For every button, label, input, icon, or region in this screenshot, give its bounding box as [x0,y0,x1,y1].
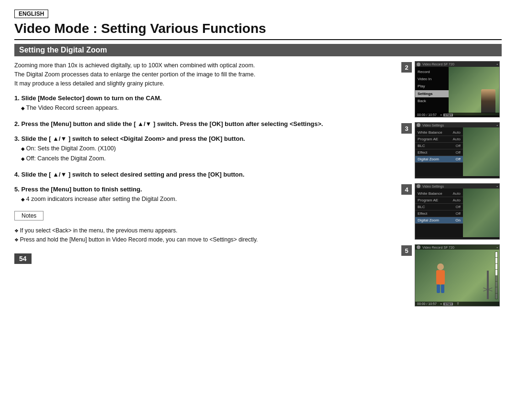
screen-group-4: 4 Video Settings ▪ White BalanceAuto Pro… [401,183,502,240]
step-2: 2. Press the [Menu] button and slide the… [14,120,392,127]
screen-group-2: 2 Video Record SF 720 ▪ Record Video In … [401,61,502,117]
step-1: 1. Slide [Mode Selector] down to turn on… [14,94,392,113]
step-badge-4: 4 [401,184,412,195]
step-badge-5: 5 [401,245,412,256]
notes-box-label: Notes [14,211,43,220]
screen-4: Video Settings ▪ White BalanceAuto Progr… [415,183,500,240]
step-3: 3. Slide the [ ▲/▼ ] switch to select <D… [14,135,392,163]
screen-3: Video Settings ▪ White BalanceAuto Progr… [415,122,500,178]
step-5: 5. Press the [Menu] button to finish set… [14,186,392,204]
intro-text: Zooming more than 10x is achieved digita… [14,61,377,88]
screen-2: Video Record SF 720 ▪ Record Video In Pl… [415,61,500,117]
step-badge-2: 2 [401,62,412,73]
step-badge-3: 3 [401,123,412,134]
step-4: 4. Slide the [ ▲/▼ ] switch to select de… [14,171,392,178]
page-title: Video Mode : Setting Various Functions [14,21,502,40]
section-header: Setting the Digital Zoom [14,44,502,56]
screen-mockups: 2 Video Record SF 720 ▪ Record Video In … [401,61,502,308]
screen-group-3: 3 Video Settings ▪ White BalanceAuto Pro… [401,122,502,178]
footer-notes: If you select <Back> in the menu, the pr… [14,226,392,244]
screen-5: Video Record SF 720 ▪ [415,244,500,306]
page-number: 54 [14,253,32,264]
screen-group-5: 5 Video Record SF 720 ▪ [401,244,502,306]
lang-badge: ENGLISH [14,10,48,18]
